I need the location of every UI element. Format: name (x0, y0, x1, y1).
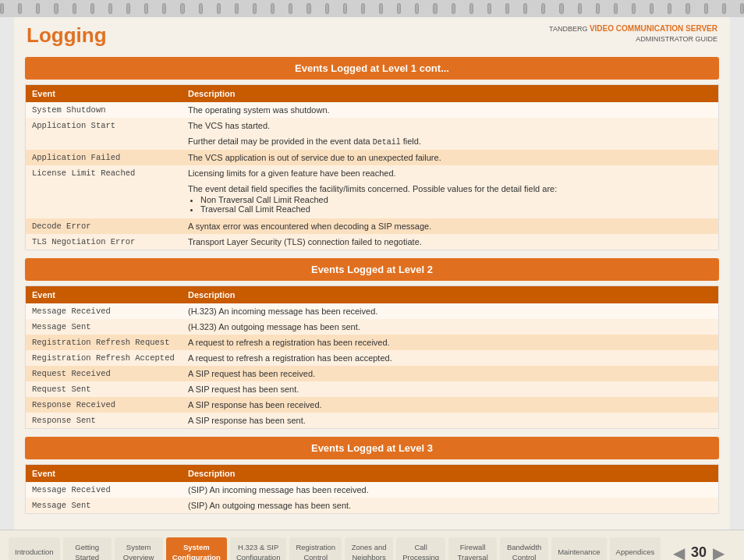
spiral-hole (271, 3, 275, 14)
event-cell: Registration Refresh Accepted (26, 350, 182, 366)
bottom-nav: IntroductionGetting StartedSystem Overvi… (0, 530, 744, 560)
table-row-extra: Further detail may be provided in the ev… (26, 133, 718, 150)
description-cell: (SIP) An outgoing message has been sent. (182, 498, 718, 513)
table-row: Registration Refresh AcceptedA request t… (26, 350, 718, 366)
event-cell: Request Received (26, 366, 182, 381)
description-cell: A request to refresh a registration has … (182, 335, 718, 350)
spiral-hole (144, 3, 148, 14)
vcs-label: VIDEO COMMUNICATION SERVER (590, 24, 717, 33)
description-cell: A request to refresh a registration has … (182, 350, 718, 366)
table-wrapper-level3: EventDescriptionMessage Received(SIP) An… (25, 464, 719, 514)
nav-item-6[interactable]: Zones and Neighbors (345, 537, 393, 561)
event-cell: Message Received (26, 482, 182, 498)
event-cell: Response Sent (26, 413, 182, 428)
table-row: Request ReceivedA SIP request has been r… (26, 366, 718, 381)
nav-item-7[interactable]: Call Processing (396, 537, 445, 561)
event-cell-empty (26, 181, 182, 218)
spiral-hole (235, 3, 239, 14)
nav-item-2[interactable]: System Overview (115, 537, 163, 561)
main-content: Logging TANDBERG VIDEO COMMUNICATION SER… (14, 17, 730, 530)
page-number-area: ◀ 30 ▶ (673, 544, 725, 561)
spiral-hole (559, 3, 563, 14)
spiral-hole (704, 3, 708, 14)
page-title: Logging (27, 23, 107, 48)
description-cell: A syntax error was encountered when deco… (182, 218, 718, 234)
table-level2: EventDescriptionMessage Received(H.323) … (26, 286, 718, 428)
event-cell: System Shutdown (26, 102, 182, 118)
spiral-hole (217, 3, 221, 14)
table-column-header: Description (182, 85, 718, 102)
table-row: Application FailedThe VCS application is… (26, 150, 718, 165)
next-page-button[interactable]: ▶ (713, 544, 725, 561)
spiral-hole (397, 3, 401, 14)
nav-item-11[interactable]: Appendices (610, 537, 661, 561)
page-header: Logging TANDBERG VIDEO COMMUNICATION SER… (14, 17, 730, 51)
spiral-hole (379, 3, 383, 14)
table-row: TLS Negotiation ErrorTransport Layer Sec… (26, 234, 718, 250)
spiral-hole (18, 3, 22, 14)
nav-item-1[interactable]: Getting Started (63, 537, 112, 561)
spiral-hole (289, 3, 292, 14)
table-row: System ShutdownThe operating system was … (26, 102, 718, 118)
table-column-header: Event (26, 465, 182, 482)
event-cell: Application Start (26, 118, 182, 133)
prev-page-button[interactable]: ◀ (673, 544, 685, 561)
table-column-header: Description (182, 465, 718, 482)
table-row: Response ReceivedA SIP response has been… (26, 397, 718, 413)
spiral-hole (452, 3, 455, 14)
table-row: Response SentA SIP response has been sen… (26, 413, 718, 428)
nav-item-10[interactable]: Maintenance (551, 537, 606, 561)
table-row: Registration Refresh RequestA request to… (26, 335, 718, 350)
spiral-hole (36, 3, 40, 14)
spiral-hole (73, 3, 76, 14)
description-cell: (H.323) An incoming message has been rec… (182, 303, 718, 319)
nav-items-container: IntroductionGetting StartedSystem Overvi… (8, 537, 661, 561)
nav-item-4[interactable]: H.323 & SIP Configuration (230, 537, 287, 561)
table-row: Decode ErrorA syntax error was encounter… (26, 218, 718, 234)
table-level1: EventDescriptionSystem ShutdownThe opera… (26, 85, 718, 250)
spiral-hole (162, 3, 166, 14)
spiral-hole (722, 3, 726, 14)
spiral-hole (668, 3, 671, 14)
spiral-hole (325, 3, 329, 14)
description-cell: A SIP response has been received. (182, 397, 718, 413)
spiral-hole (686, 3, 689, 14)
spiral-hole (253, 3, 257, 14)
table-row: Message Received(H.323) An incoming mess… (26, 303, 718, 319)
spiral-hole (54, 3, 58, 14)
extra-description-cell: The event detail field specifies the fac… (182, 181, 718, 218)
description-cell: The VCS has started. (182, 118, 718, 133)
bullet-item: Non Traversal Call Limit Reached (200, 195, 712, 204)
spiral-hole (415, 3, 419, 14)
spiral-hole (541, 3, 545, 14)
event-cell: Message Sent (26, 319, 182, 335)
sections-container: Events Logged at Level 1 cont...EventDes… (14, 57, 730, 514)
nav-item-0[interactable]: Introduction (9, 537, 60, 561)
table-row: Message Sent(SIP) An outgoing message ha… (26, 498, 718, 513)
event-cell-empty (26, 133, 182, 150)
event-cell: Message Sent (26, 498, 182, 513)
spiral-hole (578, 3, 582, 14)
spiral-hole (126, 3, 130, 14)
description-cell: A SIP request has been sent. (182, 381, 718, 397)
description-cell: The VCS application is out of service du… (182, 150, 718, 165)
table-row: Application StartThe VCS has started. (26, 118, 718, 133)
spiral-hole (361, 3, 365, 14)
event-cell: Decode Error (26, 218, 182, 234)
spiral-hole (180, 3, 184, 14)
table-column-header: Event (26, 286, 182, 303)
spiral-hole (650, 3, 654, 14)
nav-item-3[interactable]: System Configuration (166, 537, 227, 561)
spiral-binding (0, 0, 744, 17)
nav-item-9[interactable]: Bandwidth Control (500, 537, 548, 561)
bullet-item: Traversal Call Limit Reached (200, 204, 712, 214)
bullet-list: Non Traversal Call Limit ReachedTraversa… (200, 195, 712, 214)
table-row-extra: The event detail field specifies the fac… (26, 181, 718, 218)
nav-item-8[interactable]: Firewall Traversal (448, 537, 497, 561)
spiral-hole (596, 3, 600, 14)
spiral-hole (306, 3, 310, 14)
nav-item-5[interactable]: Registration Control (289, 537, 342, 561)
spiral-hole (505, 3, 509, 14)
description-cell: Licensing limits for a given feature hav… (182, 165, 718, 181)
brand-info: TANDBERG VIDEO COMMUNICATION SERVER ADMI… (549, 23, 717, 44)
